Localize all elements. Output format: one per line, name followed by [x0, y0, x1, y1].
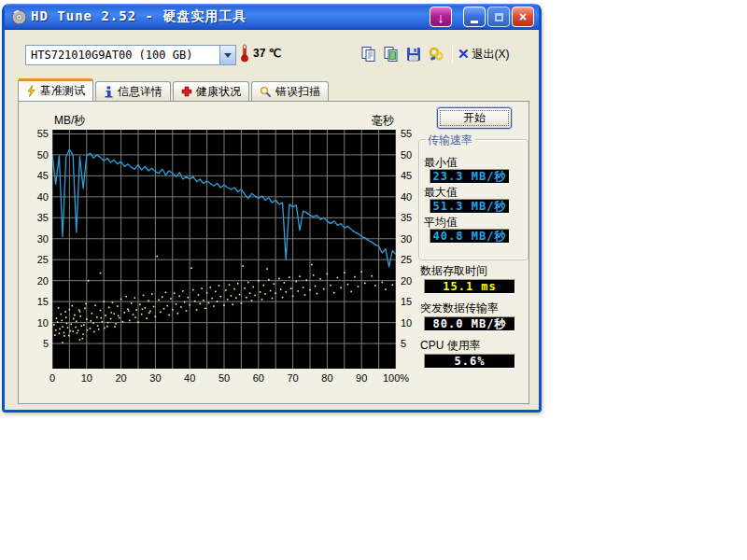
- tab-info[interactable]: 信息详情: [95, 81, 171, 101]
- x-axis-tick: 30: [149, 372, 161, 384]
- benchmark-icon: [26, 85, 36, 97]
- y-axis-tick-right: 10: [401, 317, 427, 329]
- maximize-button[interactable]: [487, 7, 510, 27]
- save-icon: [405, 46, 422, 63]
- thermometer-icon: [240, 44, 249, 63]
- min-value-display: 23.3 MB/秒: [430, 169, 510, 184]
- copy-text-button[interactable]: [358, 43, 380, 65]
- y-axis-tick-left: 55: [22, 128, 49, 139]
- minimize-button[interactable]: [463, 7, 486, 27]
- y-axis-tick-left: 40: [22, 191, 49, 203]
- x-axis-tick: 100%: [383, 372, 409, 384]
- tab-error-scan[interactable]: 错误扫描: [251, 81, 329, 101]
- window-title: HD Tune 2.52 - 硬盘实用工具: [31, 8, 247, 25]
- tab-health-label: 健康状况: [196, 84, 241, 100]
- temperature-indicator: 37 ℃: [240, 44, 281, 63]
- start-button[interactable]: 开始: [437, 107, 512, 129]
- access-time-display: 15.1 ms: [424, 279, 515, 294]
- tab-benchmark[interactable]: 基准测试: [18, 78, 93, 101]
- download-arrow-button[interactable]: ↓: [430, 7, 452, 27]
- y-axis-tick-right: 55: [401, 128, 427, 139]
- copy-screenshot-button[interactable]: [380, 43, 402, 65]
- tab-health[interactable]: 健康状况: [173, 81, 249, 101]
- x-axis-tick: 50: [218, 372, 230, 384]
- x-axis-tick: 80: [321, 372, 332, 384]
- x-axis-tick: 20: [115, 372, 126, 384]
- options-icon: [428, 46, 444, 63]
- error-scan-icon: [260, 86, 272, 98]
- titlebar[interactable]: HD Tune 2.52 - 硬盘实用工具 ↓ ×: [5, 4, 539, 30]
- hdtune-window: HD Tune 2.52 - 硬盘实用工具 ↓ × HTS721010G9AT0…: [2, 4, 542, 413]
- desktop: HD Tune 2.52 - 硬盘实用工具 ↓ × HTS721010G9AT0…: [0, 0, 747, 560]
- options-button[interactable]: [425, 43, 447, 65]
- y-axis-tick-left: 30: [22, 233, 49, 245]
- close-button[interactable]: ×: [512, 7, 534, 27]
- burst-rate-label: 突发数据传输率: [420, 301, 499, 316]
- exit-x-icon: ✕: [458, 46, 470, 63]
- tab-error-scan-label: 错误扫描: [275, 84, 320, 100]
- y-axis-tick-left: 50: [22, 149, 49, 161]
- exit-label: 退出(X): [472, 47, 510, 63]
- tab-benchmark-label: 基准测试: [40, 83, 85, 99]
- benchmark-plot: [52, 130, 396, 369]
- y-axis-tick-left: 15: [22, 296, 49, 307]
- tab-bar: 基准测试 信息详情: [18, 79, 331, 101]
- transfer-rate-group-title: 传输速率: [425, 133, 475, 148]
- drive-select-value: HTS721010G9AT00 (100 GB): [26, 49, 219, 62]
- x-axis-tick: 0: [49, 372, 55, 384]
- app-disk-icon: [11, 9, 27, 25]
- y-axis-tick-left: 45: [22, 170, 49, 181]
- exit-button[interactable]: ✕ 退出(X): [458, 46, 510, 63]
- max-value-display: 51.3 MB/秒: [430, 199, 510, 214]
- x-axis-tick: 40: [184, 372, 195, 384]
- y-axis-tick-left: 5: [22, 338, 49, 349]
- chevron-down-icon: [224, 53, 232, 58]
- tab-info-label: 信息详情: [118, 84, 162, 100]
- x-axis-tick: 70: [287, 372, 298, 384]
- copy-text-icon: [360, 46, 377, 63]
- x-axis-tick: 90: [356, 372, 367, 384]
- focus-rect: [440, 110, 509, 126]
- temperature-value: 37 ℃: [253, 47, 281, 60]
- burst-rate-display: 80.0 MB/秒: [424, 316, 515, 331]
- info-icon: [104, 86, 114, 98]
- y-axis-tick-left: 25: [22, 254, 49, 265]
- toolbar-separator: [452, 45, 453, 63]
- right-axis-unit: 毫秒: [372, 113, 394, 129]
- access-time-label: 数据存取时间: [420, 263, 487, 279]
- drive-select-dropdown-button[interactable]: [219, 46, 235, 64]
- left-axis-unit: MB/秒: [54, 113, 85, 129]
- y-axis-tick-left: 35: [22, 212, 49, 223]
- y-axis-tick-left: 20: [22, 275, 49, 287]
- cpu-usage-display: 5.6%: [424, 354, 515, 369]
- cpu-usage-label: CPU 使用率: [420, 338, 481, 354]
- copy-screenshot-icon: [383, 46, 400, 63]
- client-area: HTS721010G9AT00 (100 GB) 37 ℃: [5, 30, 539, 410]
- y-axis-tick-left: 10: [22, 317, 49, 329]
- drive-select[interactable]: HTS721010G9AT00 (100 GB): [25, 45, 236, 65]
- save-button[interactable]: [402, 43, 425, 65]
- x-axis-tick: 10: [81, 372, 92, 384]
- toolbar: ✕ 退出(X): [358, 43, 510, 65]
- benchmark-tab-page: MB/秒 毫秒 55101015152020252530303535404045…: [18, 101, 529, 404]
- x-axis-tick: 60: [253, 372, 264, 384]
- health-cross-icon: [181, 86, 192, 97]
- avg-value-display: 40.8 MB/秒: [430, 229, 510, 244]
